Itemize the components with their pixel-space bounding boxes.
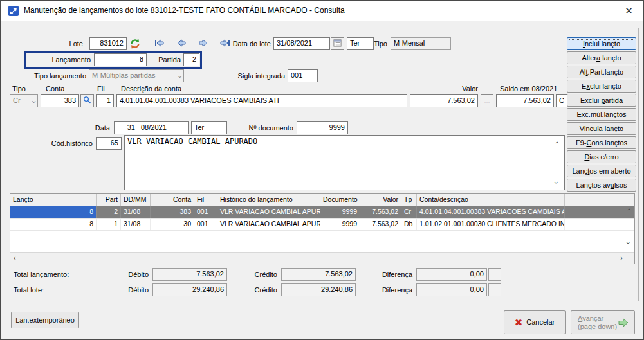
grid-column-header[interactable]: Documento: [320, 194, 360, 206]
grid-scroll-up-icon[interactable]: ›: [625, 208, 632, 211]
grid-cell-lancto[interactable]: 8: [10, 219, 97, 230]
calendar-icon[interactable]: [331, 37, 344, 50]
refresh-icon[interactable]: [129, 38, 141, 49]
lanctos-em-aberto-button[interactable]: Lançtos em aberto: [567, 165, 636, 177]
exc-mul-lanctos-button[interactable]: Exc.múl.lançtos: [567, 108, 636, 121]
grid-column-header[interactable]: Histórico do lançamento: [217, 194, 320, 206]
grid-cell-ddmm[interactable]: 31/08: [121, 206, 151, 218]
dias-c-erro-button[interactable]: Dias c/erro: [567, 150, 636, 163]
first-record-icon[interactable]: [154, 38, 165, 49]
grid-cell-tp[interactable]: Cr: [401, 206, 417, 218]
documento-field[interactable]: 9999: [297, 121, 348, 134]
grid-column-header[interactable]: Conta/descrição: [417, 194, 565, 206]
fil-field[interactable]: 1: [96, 94, 114, 107]
scroll-right-icon[interactable]: ›: [620, 255, 623, 261]
conta-field[interactable]: 383: [41, 94, 79, 107]
grid-cell-fil[interactable]: 001: [194, 219, 217, 230]
grid-scroll-down-icon[interactable]: ›: [625, 242, 632, 244]
grid-column-header[interactable]: DD/MM: [121, 194, 151, 206]
inclui-lancto-button[interactable]: Inclui lançto: [567, 37, 636, 50]
altera-lancto-button[interactable]: Altera lançto: [567, 51, 636, 64]
lancamento-label: Lançamento: [39, 55, 91, 64]
lan-extemporaneo-button[interactable]: Lan.extemporâneo: [11, 312, 79, 328]
valor-field[interactable]: 7.563,02: [410, 94, 478, 107]
grid-column-header[interactable]: Valor: [360, 194, 401, 206]
lancamento-field[interactable]: 8: [94, 53, 147, 66]
scroll-down-icon[interactable]: ›: [553, 181, 560, 184]
grid-cell-part[interactable]: 2: [97, 206, 121, 218]
data-do-lote-field[interactable]: 31/08/2021: [273, 37, 330, 50]
vincula-lancto-button[interactable]: Vincula lançto: [567, 122, 636, 135]
cancelar-button[interactable]: ✖Cancelar: [504, 310, 566, 334]
title-bar: Manutenção de lançamentos do lote 831012…: [1, 1, 643, 21]
credito-label: Crédito: [248, 270, 277, 279]
grid-column-header[interactable]: Tp: [401, 194, 417, 206]
data-weekday-field: Ter: [191, 121, 227, 134]
descricao-conta-field[interactable]: 4.01.01.04.001.00383 VARIACOES CAMBIAIS …: [116, 94, 407, 107]
data-dia-field[interactable]: 31: [114, 121, 138, 134]
grid-cell-tp[interactable]: Db: [401, 219, 417, 230]
exclui-partida-button[interactable]: Exclui partida: [567, 94, 636, 107]
grid-cell-fil[interactable]: 001: [194, 206, 217, 218]
dialog-window: Manutenção de lançamentos do lote 831012…: [0, 0, 644, 340]
debito-label: Débito: [123, 285, 149, 294]
cancel-x-icon: ✖: [515, 317, 523, 328]
table-row[interactable]: 8231/08383001VLR VARIACAO CAMBIAL APURAD…: [10, 206, 634, 219]
tipo-lancamento-label: Tipo lançamento: [28, 71, 86, 80]
diferenca-label: Diferença: [377, 285, 412, 294]
lote-field[interactable]: 831012: [89, 37, 127, 50]
grid-cell-valor[interactable]: 7.563,02: [360, 219, 401, 230]
grid-cell-documento[interactable]: 9999: [320, 219, 360, 230]
tipo-lote-field: M-Mensal: [391, 37, 451, 50]
grid-cell-historico[interactable]: VLR VARIACAO CAMBIAL APURADO: [217, 219, 320, 230]
previous-record-icon[interactable]: [176, 38, 187, 49]
chevron-down-icon: ›: [28, 101, 39, 103]
chevron-down-icon: ›: [174, 76, 185, 78]
more-options-icon[interactable]: ...: [481, 94, 493, 107]
window-title: Manutenção de lançamentos do lote 831012…: [24, 6, 345, 15]
alt-part-lancto-button[interactable]: Alt.Part.lançto: [567, 66, 636, 78]
grid-cell-conta_descricao[interactable]: 4.01.01.04.001.00383 VARIACOES CAMBIAIS …: [417, 206, 565, 218]
data-do-lote-label: Data do lote: [227, 39, 271, 48]
avancar-label: vançar: [582, 314, 603, 322]
tipo-lancamento-combo: M-Múltiplas partidas ›: [89, 69, 184, 82]
scroll-up-icon[interactable]: ›: [553, 141, 560, 144]
valor-label: Valor: [433, 84, 478, 93]
conta-tipo-value: Cr: [13, 96, 21, 104]
grid-cell-lancto[interactable]: 8: [10, 206, 97, 218]
cod-historico-label: Cód.histórico: [46, 139, 93, 148]
horizontal-scrollbar[interactable]: ‹ ›: [10, 252, 634, 264]
cod-historico-field[interactable]: 65: [96, 137, 122, 150]
grid-column-header[interactable]: Part: [97, 194, 121, 206]
sigla-integrada-field[interactable]: 001: [288, 69, 318, 82]
grid-cell-valor[interactable]: 7.563,02: [360, 206, 401, 218]
grid-cell-conta[interactable]: 30: [151, 219, 194, 230]
grid-body: 8231/08383001VLR VARIACAO CAMBIAL APURAD…: [10, 206, 634, 231]
grid-column-header[interactable]: Lançto: [10, 194, 97, 206]
grid-cell-part[interactable]: 1: [97, 219, 121, 230]
next-record-icon[interactable]: [198, 38, 209, 49]
diferenca-label: Diferença: [377, 270, 412, 279]
historico-textarea[interactable]: VLR VARIACAO CAMBIAL APURADO: [124, 135, 565, 190]
sigla-integrada-label: Sigla integrada: [234, 71, 285, 80]
avancar-button[interactable]: Avançar (page down): [571, 310, 635, 334]
search-icon[interactable]: [80, 94, 94, 107]
diferenca-flag-box: [488, 268, 501, 281]
partida-field[interactable]: 2: [183, 53, 199, 66]
grid-cell-historico[interactable]: VLR VARIACAO CAMBIAL APURADO: [217, 206, 320, 218]
grid-column-header[interactable]: Conta: [151, 194, 194, 206]
saldo-field: 7.563,02: [496, 94, 554, 107]
scroll-left-icon[interactable]: ‹: [14, 255, 16, 261]
grid-cell-conta[interactable]: 383: [151, 206, 194, 218]
grid-cell-documento[interactable]: 9999: [320, 206, 360, 218]
grid-column-header[interactable]: Fil: [194, 194, 217, 206]
grid-cell-ddmm[interactable]: 31/08: [121, 219, 151, 230]
table-row[interactable]: 8131/0830001VLR VARIACAO CAMBIAL APURADO…: [10, 219, 634, 231]
side-button-column: Inclui lançtoAltera lançtoAlt.Part.lançt…: [567, 37, 636, 192]
f9-cons-lanctos-button[interactable]: F9-Cons.lançtos: [567, 136, 636, 149]
lanctos-avulsos-button[interactable]: Lançtos avulsos: [567, 179, 636, 192]
data-mes-field[interactable]: 08/2021: [138, 121, 189, 134]
grid-cell-conta_descricao[interactable]: 1.01.02.01.001.00030 CLIENTES MERCADO IN…: [417, 219, 565, 230]
exclui-lancto-button[interactable]: Exclui lançto: [567, 80, 636, 93]
close-icon[interactable]: ✕: [614, 1, 643, 21]
